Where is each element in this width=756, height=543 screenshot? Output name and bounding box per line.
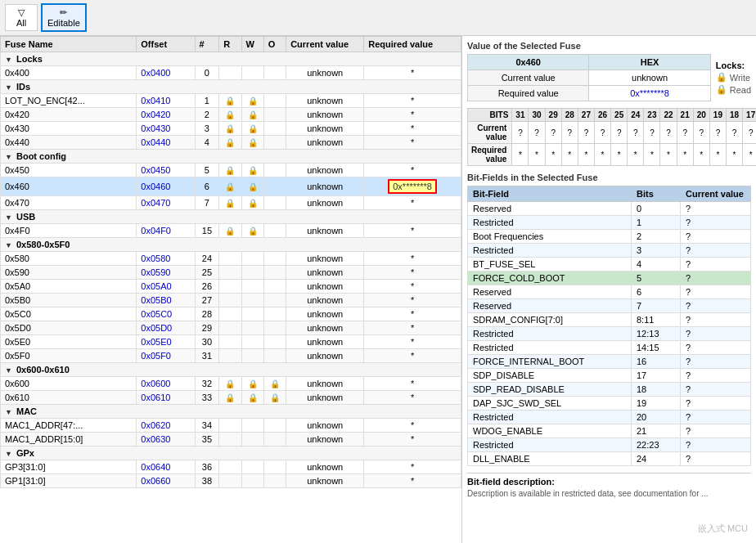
- lock-icon: 🔒: [248, 199, 258, 208]
- table-row[interactable]: 0x5C0 0x05C0 28 unknown *: [1, 307, 461, 321]
- group-header-ids: ▼ IDs: [1, 80, 461, 94]
- cell-fusename: GP3[31:0]: [1, 460, 137, 474]
- table-header-row: Fuse Name Offset # R W O Current value R…: [1, 37, 461, 52]
- cell-required: *: [364, 377, 461, 391]
- cell-fusename: 0x440: [1, 136, 137, 150]
- editable-filter-button[interactable]: ✏ Editable: [41, 3, 87, 32]
- expand-icon[interactable]: ▼: [5, 366, 12, 375]
- bitfield-row[interactable]: FORCE_INTERNAL_BOOT 16 ?: [468, 355, 751, 369]
- all-label: All: [16, 18, 26, 28]
- group-header-0x580-0x5f0: ▼ 0x580-0x5F0: [1, 238, 461, 252]
- table-row[interactable]: MAC1_ADDR[15:0] 0x0630 35 unknown *: [1, 433, 461, 447]
- bit-20: 20: [693, 109, 709, 122]
- expand-icon[interactable]: ▼: [5, 56, 12, 64]
- lock-icon: 🔒: [270, 379, 280, 388]
- cell-r: [219, 349, 241, 363]
- cell-w: [241, 335, 263, 349]
- fuse-table: Fuse Name Offset # R W O Current value R…: [0, 36, 461, 488]
- table-row[interactable]: 0x600 0x0600 32 🔒 🔒 🔒 unknown *: [1, 377, 461, 391]
- required-value-cell: *: [411, 137, 414, 147]
- cell-o: [263, 108, 286, 122]
- bitfield-row[interactable]: BT_FUSE_SEL 4 ?: [468, 258, 751, 272]
- cell-o: [263, 419, 286, 433]
- group-header-0x600-0x610: ▼ 0x600-0x610: [1, 363, 461, 377]
- table-row[interactable]: GP3[31:0] 0x0640 36 unknown *: [1, 460, 461, 474]
- table-row[interactable]: 0x420 0x0420 2 🔒 🔒 unknown *: [1, 108, 461, 122]
- table-row[interactable]: 0x5A0 0x05A0 26 unknown *: [1, 280, 461, 294]
- bitfield-row[interactable]: Reserved 7 ?: [468, 299, 751, 313]
- cell-current: unknown: [286, 391, 364, 405]
- table-row[interactable]: 0x590 0x0590 25 unknown *: [1, 266, 461, 280]
- table-row[interactable]: MAC1_ADDR[47:... 0x0620 34 unknown *: [1, 419, 461, 433]
- table-row[interactable]: LOT_NO_ENC[42... 0x0410 1 🔒 🔒 unknown *: [1, 94, 461, 108]
- expand-icon[interactable]: ▼: [5, 450, 12, 458]
- bitfield-name: Restricted: [468, 341, 632, 355]
- bitfield-row[interactable]: Boot Frequencies 2 ?: [468, 230, 751, 244]
- locks-write: 🔒 Write: [716, 72, 751, 83]
- bitfield-row[interactable]: Reserved 6 ?: [468, 285, 751, 299]
- bitfield-row[interactable]: Restricted 22:23 ?: [468, 438, 751, 452]
- bitfield-row[interactable]: WDOG_ENABLE 21 ?: [468, 424, 751, 438]
- required-value-cell: *: [411, 281, 414, 291]
- table-row[interactable]: GP1[31:0] 0x0660 38 unknown *: [1, 474, 461, 488]
- table-row[interactable]: 0x440 0x0440 4 🔒 🔒 unknown *: [1, 136, 461, 150]
- bitfield-value: ?: [681, 369, 751, 383]
- bitfield-row[interactable]: DAP_SJC_SWD_SEL 19 ?: [468, 397, 751, 411]
- type-label: HEX: [589, 55, 709, 70]
- table-row[interactable]: 0x580 0x0580 24 unknown *: [1, 252, 461, 266]
- desc-text: Description is available in restricted d…: [467, 488, 751, 500]
- bit-19: 19: [709, 109, 726, 122]
- bitfield-row[interactable]: Restricted 14:15 ?: [468, 341, 751, 355]
- bitfield-row[interactable]: Restricted 20 ?: [468, 411, 751, 424]
- lock-icon: 🔒: [225, 199, 235, 208]
- table-row[interactable]: 0x470 0x0470 7 🔒 🔒 unknown *: [1, 196, 461, 210]
- table-row[interactable]: 0x5E0 0x05E0 30 unknown *: [1, 335, 461, 349]
- table-row[interactable]: 0x4F0 0x04F0 15 🔒 🔒 unknown *: [1, 224, 461, 238]
- cell-r: 🔒: [219, 377, 241, 391]
- bitfield-name: Restricted: [468, 411, 632, 424]
- bits-required-row: Required value **** **** **** ***: [468, 144, 757, 166]
- bitfield-row[interactable]: SDP_DISABLE 17 ?: [468, 369, 751, 383]
- table-row[interactable]: 0x450 0x0450 5 🔒 🔒 unknown *: [1, 164, 461, 177]
- expand-icon[interactable]: ▼: [5, 213, 12, 222]
- cell-offset: 0x0470: [137, 196, 195, 210]
- bitfield-row[interactable]: Restricted 12:13 ?: [468, 327, 751, 341]
- bitfield-row[interactable]: Restricted 3 ?: [468, 244, 751, 258]
- bitfield-bits: 6: [632, 285, 681, 299]
- bitfield-row[interactable]: Restricted 1 ?: [468, 216, 751, 230]
- cell-o: [263, 224, 286, 238]
- all-filter-button[interactable]: ▽ All: [5, 4, 38, 31]
- table-row[interactable]: 0x5D0 0x05D0 29 unknown *: [1, 321, 461, 335]
- bitfield-row[interactable]: FORCE_COLD_BOOT 5 ?: [468, 272, 751, 285]
- group-name: ▼ Boot config: [1, 150, 461, 164]
- table-row[interactable]: 0x400 0x0400 0 unknown *: [1, 66, 461, 80]
- cell-required: *: [364, 391, 461, 405]
- table-row[interactable]: 0x5F0 0x05F0 31 unknown *: [1, 349, 461, 363]
- expand-icon[interactable]: ▼: [5, 241, 12, 249]
- table-row[interactable]: 0x5B0 0x05B0 27 unknown *: [1, 294, 461, 307]
- cell-num: 29: [195, 321, 219, 335]
- table-row[interactable]: 0x610 0x0610 33 🔒 🔒 🔒 unknown *: [1, 391, 461, 405]
- lock-icon: 🔒: [248, 110, 258, 119]
- cell-o: [263, 252, 286, 266]
- bit-24: 24: [628, 109, 644, 122]
- bit-30: 30: [529, 109, 545, 122]
- fuse-table-container[interactable]: Fuse Name Offset # R W O Current value R…: [0, 36, 461, 543]
- expand-icon[interactable]: ▼: [5, 83, 12, 92]
- bitfield-row[interactable]: DLL_ENABLE 24 ?: [468, 452, 751, 466]
- cell-w: [241, 474, 263, 488]
- table-row[interactable]: 0x460 0x0460 6 🔒 🔒 unknown 0x*******8: [1, 177, 461, 196]
- bitfield-row[interactable]: Reserved 0 ?: [468, 202, 751, 216]
- bitfield-row[interactable]: SDP_READ_DISABLE 18 ?: [468, 383, 751, 397]
- cell-fusename: 0x600: [1, 377, 137, 391]
- cell-r: 🔒: [219, 94, 241, 108]
- expand-icon[interactable]: ▼: [5, 153, 12, 161]
- expand-icon[interactable]: ▼: [5, 408, 12, 416]
- required-value-cell: *: [411, 476, 414, 486]
- table-row[interactable]: 0x430 0x0430 3 🔒 🔒 unknown *: [1, 122, 461, 136]
- cell-required: *: [364, 94, 461, 108]
- bitfield-row[interactable]: SDRAM_CONFIG[7:0] 8:11 ?: [468, 313, 751, 327]
- cell-num: 24: [195, 252, 219, 266]
- left-panel: Fuse Name Offset # R W O Current value R…: [0, 36, 462, 543]
- bit-17: 17: [743, 109, 756, 122]
